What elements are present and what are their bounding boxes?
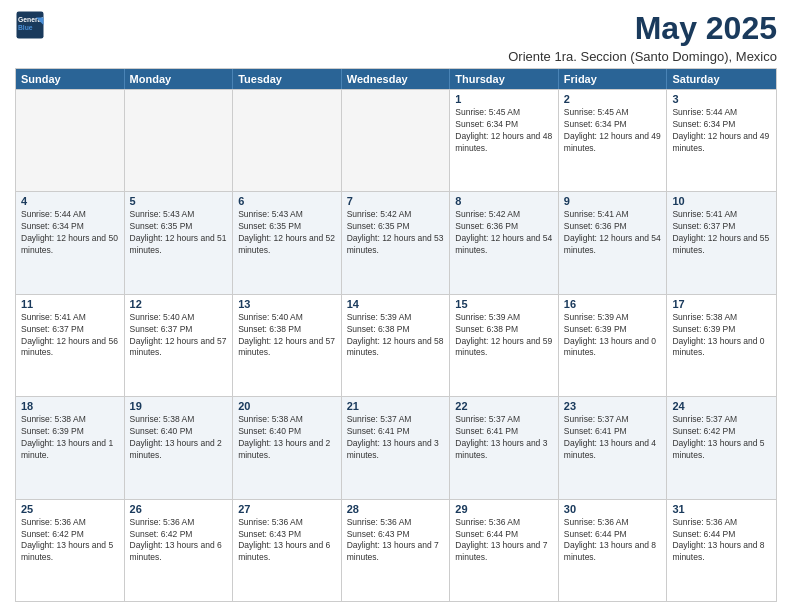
day-number: 1 (455, 93, 553, 105)
day-cell-23: 23 Sunrise: 5:37 AM Sunset: 6:41 PM Dayl… (559, 397, 668, 498)
day-number: 12 (130, 298, 228, 310)
header-monday: Monday (125, 69, 234, 89)
day-cell-13: 13 Sunrise: 5:40 AM Sunset: 6:38 PM Dayl… (233, 295, 342, 396)
day-cell-28: 28 Sunrise: 5:36 AM Sunset: 6:43 PM Dayl… (342, 500, 451, 601)
day-info: Sunrise: 5:37 AM Sunset: 6:42 PM Dayligh… (672, 414, 771, 462)
logo: General Blue (15, 10, 45, 40)
day-info: Sunrise: 5:37 AM Sunset: 6:41 PM Dayligh… (455, 414, 553, 462)
day-number: 15 (455, 298, 553, 310)
header-friday: Friday (559, 69, 668, 89)
day-number: 16 (564, 298, 662, 310)
day-info: Sunrise: 5:40 AM Sunset: 6:37 PM Dayligh… (130, 312, 228, 360)
day-info: Sunrise: 5:36 AM Sunset: 6:43 PM Dayligh… (238, 517, 336, 565)
day-number: 11 (21, 298, 119, 310)
day-info: Sunrise: 5:43 AM Sunset: 6:35 PM Dayligh… (238, 209, 336, 257)
day-info: Sunrise: 5:44 AM Sunset: 6:34 PM Dayligh… (21, 209, 119, 257)
day-info: Sunrise: 5:44 AM Sunset: 6:34 PM Dayligh… (672, 107, 771, 155)
day-cell-6: 6 Sunrise: 5:43 AM Sunset: 6:35 PM Dayli… (233, 192, 342, 293)
day-cell-31: 31 Sunrise: 5:36 AM Sunset: 6:44 PM Dayl… (667, 500, 776, 601)
day-number: 21 (347, 400, 445, 412)
day-cell-22: 22 Sunrise: 5:37 AM Sunset: 6:41 PM Dayl… (450, 397, 559, 498)
header-tuesday: Tuesday (233, 69, 342, 89)
day-cell-5: 5 Sunrise: 5:43 AM Sunset: 6:35 PM Dayli… (125, 192, 234, 293)
page: General Blue May 2025 Oriente 1ra. Secci… (0, 0, 792, 612)
day-number: 17 (672, 298, 771, 310)
day-cell-25: 25 Sunrise: 5:36 AM Sunset: 6:42 PM Dayl… (16, 500, 125, 601)
day-info: Sunrise: 5:45 AM Sunset: 6:34 PM Dayligh… (455, 107, 553, 155)
day-cell-9: 9 Sunrise: 5:41 AM Sunset: 6:36 PM Dayli… (559, 192, 668, 293)
day-number: 19 (130, 400, 228, 412)
day-number: 27 (238, 503, 336, 515)
day-number: 4 (21, 195, 119, 207)
day-number: 8 (455, 195, 553, 207)
day-number: 5 (130, 195, 228, 207)
week-row-3: 11 Sunrise: 5:41 AM Sunset: 6:37 PM Dayl… (16, 294, 776, 396)
day-number: 9 (564, 195, 662, 207)
day-cell-24: 24 Sunrise: 5:37 AM Sunset: 6:42 PM Dayl… (667, 397, 776, 498)
day-info: Sunrise: 5:36 AM Sunset: 6:44 PM Dayligh… (564, 517, 662, 565)
day-info: Sunrise: 5:36 AM Sunset: 6:44 PM Dayligh… (455, 517, 553, 565)
day-info: Sunrise: 5:42 AM Sunset: 6:36 PM Dayligh… (455, 209, 553, 257)
day-info: Sunrise: 5:43 AM Sunset: 6:35 PM Dayligh… (130, 209, 228, 257)
day-number: 18 (21, 400, 119, 412)
day-info: Sunrise: 5:38 AM Sunset: 6:39 PM Dayligh… (21, 414, 119, 462)
day-number: 10 (672, 195, 771, 207)
day-info: Sunrise: 5:38 AM Sunset: 6:39 PM Dayligh… (672, 312, 771, 360)
day-info: Sunrise: 5:37 AM Sunset: 6:41 PM Dayligh… (347, 414, 445, 462)
day-number: 31 (672, 503, 771, 515)
day-number: 3 (672, 93, 771, 105)
day-cell-26: 26 Sunrise: 5:36 AM Sunset: 6:42 PM Dayl… (125, 500, 234, 601)
calendar-header: Sunday Monday Tuesday Wednesday Thursday… (16, 69, 776, 89)
day-number: 2 (564, 93, 662, 105)
day-cell-27: 27 Sunrise: 5:36 AM Sunset: 6:43 PM Dayl… (233, 500, 342, 601)
day-number: 24 (672, 400, 771, 412)
day-cell-10: 10 Sunrise: 5:41 AM Sunset: 6:37 PM Dayl… (667, 192, 776, 293)
header-saturday: Saturday (667, 69, 776, 89)
day-number: 28 (347, 503, 445, 515)
week-row-1: 1 Sunrise: 5:45 AM Sunset: 6:34 PM Dayli… (16, 89, 776, 191)
day-cell-empty (233, 90, 342, 191)
day-number: 25 (21, 503, 119, 515)
day-cell-4: 4 Sunrise: 5:44 AM Sunset: 6:34 PM Dayli… (16, 192, 125, 293)
week-row-5: 25 Sunrise: 5:36 AM Sunset: 6:42 PM Dayl… (16, 499, 776, 601)
main-title: May 2025 (508, 10, 777, 47)
day-info: Sunrise: 5:39 AM Sunset: 6:38 PM Dayligh… (455, 312, 553, 360)
calendar: Sunday Monday Tuesday Wednesday Thursday… (15, 68, 777, 602)
day-cell-11: 11 Sunrise: 5:41 AM Sunset: 6:37 PM Dayl… (16, 295, 125, 396)
day-cell-21: 21 Sunrise: 5:37 AM Sunset: 6:41 PM Dayl… (342, 397, 451, 498)
calendar-body: 1 Sunrise: 5:45 AM Sunset: 6:34 PM Dayli… (16, 89, 776, 601)
day-info: Sunrise: 5:37 AM Sunset: 6:41 PM Dayligh… (564, 414, 662, 462)
day-number: 30 (564, 503, 662, 515)
day-info: Sunrise: 5:38 AM Sunset: 6:40 PM Dayligh… (238, 414, 336, 462)
day-cell-14: 14 Sunrise: 5:39 AM Sunset: 6:38 PM Dayl… (342, 295, 451, 396)
day-number: 29 (455, 503, 553, 515)
day-number: 13 (238, 298, 336, 310)
day-info: Sunrise: 5:36 AM Sunset: 6:43 PM Dayligh… (347, 517, 445, 565)
svg-text:Blue: Blue (18, 24, 33, 31)
day-number: 7 (347, 195, 445, 207)
day-number: 22 (455, 400, 553, 412)
day-cell-17: 17 Sunrise: 5:38 AM Sunset: 6:39 PM Dayl… (667, 295, 776, 396)
header: General Blue May 2025 Oriente 1ra. Secci… (15, 10, 777, 64)
day-number: 20 (238, 400, 336, 412)
subtitle: Oriente 1ra. Seccion (Santo Domingo), Me… (508, 49, 777, 64)
day-info: Sunrise: 5:40 AM Sunset: 6:38 PM Dayligh… (238, 312, 336, 360)
header-thursday: Thursday (450, 69, 559, 89)
day-number: 6 (238, 195, 336, 207)
day-cell-empty (125, 90, 234, 191)
day-info: Sunrise: 5:38 AM Sunset: 6:40 PM Dayligh… (130, 414, 228, 462)
day-cell-19: 19 Sunrise: 5:38 AM Sunset: 6:40 PM Dayl… (125, 397, 234, 498)
day-cell-29: 29 Sunrise: 5:36 AM Sunset: 6:44 PM Dayl… (450, 500, 559, 601)
day-number: 14 (347, 298, 445, 310)
week-row-2: 4 Sunrise: 5:44 AM Sunset: 6:34 PM Dayli… (16, 191, 776, 293)
day-info: Sunrise: 5:41 AM Sunset: 6:36 PM Dayligh… (564, 209, 662, 257)
day-number: 23 (564, 400, 662, 412)
day-cell-3: 3 Sunrise: 5:44 AM Sunset: 6:34 PM Dayli… (667, 90, 776, 191)
title-section: May 2025 Oriente 1ra. Seccion (Santo Dom… (508, 10, 777, 64)
day-cell-empty (342, 90, 451, 191)
day-info: Sunrise: 5:39 AM Sunset: 6:39 PM Dayligh… (564, 312, 662, 360)
day-cell-15: 15 Sunrise: 5:39 AM Sunset: 6:38 PM Dayl… (450, 295, 559, 396)
day-cell-1: 1 Sunrise: 5:45 AM Sunset: 6:34 PM Dayli… (450, 90, 559, 191)
day-info: Sunrise: 5:36 AM Sunset: 6:44 PM Dayligh… (672, 517, 771, 565)
day-info: Sunrise: 5:36 AM Sunset: 6:42 PM Dayligh… (130, 517, 228, 565)
